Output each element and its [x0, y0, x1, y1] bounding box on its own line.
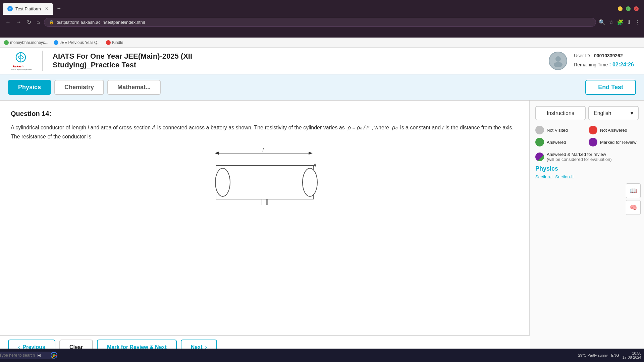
dot-not-visited — [535, 126, 544, 134]
book-icon[interactable]: 📖 — [626, 183, 641, 198]
forward-button[interactable]: → — [15, 18, 23, 26]
language-selector[interactable]: English ▾ — [588, 106, 639, 120]
new-tab-button[interactable]: + — [54, 4, 64, 13]
bookmark-label-jee: JEE Previous Year Q... — [60, 40, 101, 45]
legend-label-answered: Answered — [547, 140, 566, 145]
clock: 10:58 17-08-2024 — [623, 351, 641, 359]
aakash-logo: Aakash Medical|IIT-JEE|Foundations — [10, 51, 32, 71]
active-tab[interactable]: A Test Platform ✕ — [3, 3, 53, 15]
section-tab-1[interactable]: Section-I — [535, 174, 552, 179]
maximize-button[interactable]: □ — [626, 6, 631, 11]
user-info: User ID : 00010339262 Remaining Time : 0… — [574, 52, 634, 70]
extension-icon[interactable]: 🧩 — [617, 19, 624, 25]
section-tab-2[interactable]: Section-II — [555, 174, 574, 179]
dot-marked-review — [589, 138, 597, 146]
question-number: Question 14: — [11, 110, 519, 118]
end-test-button[interactable]: End Test — [585, 80, 636, 95]
svg-text:Aakash: Aakash — [13, 65, 23, 68]
legend-not-answered: Not Answered — [589, 126, 639, 134]
tab-mathematics[interactable]: Mathemat... — [107, 80, 161, 95]
bookmark-jee[interactable]: JEE Previous Year Q... — [54, 40, 101, 45]
home-button[interactable]: ⌂ — [35, 18, 41, 26]
taskbar-right: 29°C Partly sunny ENG 10:58 17-08-2024 — [578, 351, 641, 359]
legend-label-not-visited: Not Visited — [547, 128, 568, 133]
bookmarks-bar: moneybhai.moneyc... JEE Previous Year Q.… — [0, 38, 644, 48]
taskbar: ⊞ 29°C Partly sunny ENG 10:58 17-08-2024 — [0, 349, 644, 362]
close-button[interactable]: ✕ — [634, 6, 639, 11]
svg-point-5 — [554, 62, 562, 67]
svg-text:l: l — [262, 147, 264, 153]
menu-icon[interactable]: ⋮ — [635, 19, 640, 25]
legend-label-answered-marked: Answered & Marked for review(will be con… — [547, 152, 612, 162]
legend-not-visited: Not Visited — [535, 126, 585, 134]
bookmark-label-kindle: Kindle — [112, 40, 123, 45]
question-text: A cylindrical conductor of length l and … — [11, 123, 519, 141]
remaining-time-value: : 02:24:26 — [609, 62, 634, 67]
legend-marked-review: Marked for Review — [589, 138, 639, 146]
legend-answered-marked: Answered & Marked for review(will be con… — [535, 152, 639, 162]
refresh-button[interactable]: ↻ — [25, 18, 33, 27]
header-right: User ID : 00010339262 Remaining Time : 0… — [549, 52, 634, 70]
svg-rect-8 — [216, 166, 313, 199]
bookmark-icon-red — [106, 40, 111, 45]
dropdown-arrow-icon: ▾ — [631, 110, 633, 116]
minimize-button[interactable]: − — [618, 6, 623, 11]
app-header: Aakash Medical|IIT-JEE|Foundations AIATS… — [0, 48, 644, 74]
main-content: Question 14: A cylindrical conductor of … — [0, 101, 644, 359]
address-bar[interactable]: 🔒 testplatform.aakash.ac.in/testpanel/in… — [44, 18, 596, 27]
taskbar-task-view[interactable]: ⊞ — [33, 349, 46, 361]
tab-favicon: A — [7, 6, 13, 11]
svg-point-10 — [303, 168, 317, 196]
section-tabs: Section-I Section-II — [535, 174, 639, 179]
test-title: AIATS For One Year JEE(Main)-2025 (XII S… — [53, 52, 192, 69]
user-avatar — [549, 52, 567, 70]
legend-label-marked-review: Marked for Review — [600, 140, 636, 145]
user-id-value: : 00010339262 — [591, 53, 623, 58]
url-display: testplatform.aakash.ac.in/testpanel/inde… — [57, 20, 145, 25]
dot-not-answered — [589, 126, 597, 134]
browser-chrome: A Test Platform ✕ + − □ ✕ ← → ↻ ⌂ 🔒 test… — [0, 0, 644, 38]
legend-answered: Answered — [535, 138, 585, 146]
address-bar-row: ← → ↻ ⌂ 🔒 testplatform.aakash.ac.in/test… — [0, 15, 644, 29]
legend-label-not-answered: Not Answered — [600, 128, 627, 133]
bookmark-kindle[interactable]: Kindle — [106, 40, 123, 45]
legend: Not Visited Not Answered Answered Marked… — [535, 126, 639, 146]
instructions-button[interactable]: Instructions — [535, 106, 586, 120]
tab-close-icon[interactable]: ✕ — [45, 6, 48, 11]
star-icon[interactable]: ☆ — [609, 19, 613, 25]
brain-icon[interactable]: 🧠 — [626, 200, 641, 215]
right-panel: Instructions English ▾ Not Visited Not A… — [530, 101, 644, 359]
bookmark-icon-green — [4, 40, 9, 45]
weather-info: 29°C Partly sunny — [578, 353, 608, 357]
back-button[interactable]: ← — [4, 18, 12, 26]
svg-point-4 — [555, 56, 561, 62]
tab-physics[interactable]: Physics — [8, 80, 51, 95]
svg-point-9 — [215, 168, 230, 196]
svg-text:Medical|IIT-JEE|Foundations: Medical|IIT-JEE|Foundations — [11, 68, 32, 70]
taskbar-chrome[interactable] — [48, 349, 60, 361]
search-icon[interactable]: 🔍 — [599, 19, 605, 25]
dot-answered — [535, 138, 544, 146]
tab-title: Test Platform — [15, 6, 41, 11]
taskbar-date: 17-08-2024 — [623, 355, 641, 359]
user-id-label: User ID — [574, 53, 590, 58]
cylinder-diagram-area: l A — [11, 147, 519, 214]
cylinder-diagram: l A — [198, 147, 332, 214]
svg-text:A: A — [313, 163, 316, 168]
question-panel: Question 14: A cylindrical conductor of … — [0, 101, 530, 335]
language-indicator: ENG — [611, 353, 619, 357]
section-label: Physics — [535, 165, 639, 172]
bookmark-moneybhai[interactable]: moneybhai.moneyc... — [4, 40, 48, 45]
bookmark-label-moneybhai: moneybhai.moneyc... — [10, 40, 48, 45]
browser-toolbar-icons: 🔍 ☆ 🧩 ⬇ ⋮ — [599, 19, 640, 25]
tab-chemistry[interactable]: Chemistry — [54, 80, 104, 95]
right-panel-controls: Instructions English ▾ — [535, 106, 639, 120]
taskbar-search-area[interactable] — [18, 349, 31, 361]
logo-area: Aakash Medical|IIT-JEE|Foundations — [10, 51, 43, 71]
download-icon[interactable]: ⬇ — [627, 19, 631, 25]
subject-bar: Physics Chemistry Mathemat... End Test — [0, 74, 644, 101]
dot-answered-marked — [535, 153, 544, 161]
taskbar-time: 10:58 — [623, 351, 641, 355]
remaining-time-label: Remaining Time — [574, 62, 608, 67]
bookmark-icon-blue — [54, 40, 58, 45]
